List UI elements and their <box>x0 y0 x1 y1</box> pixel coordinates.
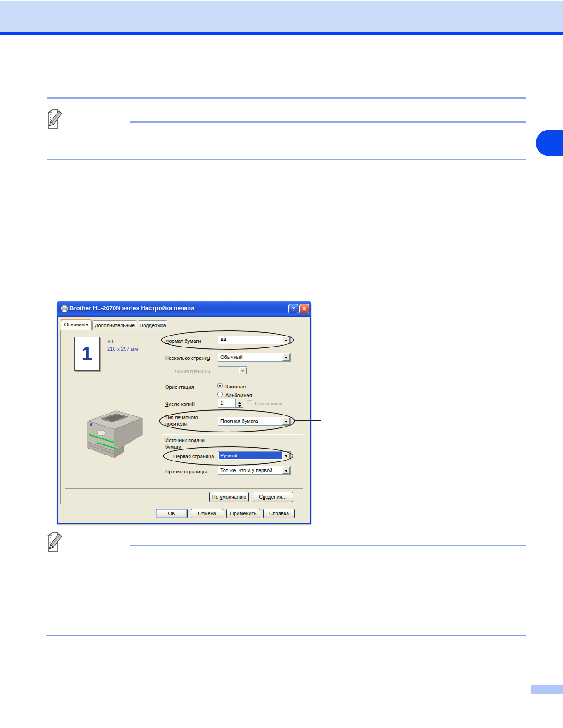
combo-arrow-button[interactable] <box>282 467 290 474</box>
note-rule-1 <box>130 121 526 123</box>
stepper-down-button[interactable] <box>236 404 243 408</box>
copies-stepper[interactable] <box>236 399 243 408</box>
chapter-side-tab <box>536 130 563 156</box>
help-button[interactable]: Справка <box>263 509 295 518</box>
note-icon <box>46 532 63 552</box>
chevron-down-icon <box>241 370 244 374</box>
page-header-rule <box>0 32 563 35</box>
cancel-button[interactable]: Отмена <box>191 509 223 518</box>
border-line-label: Линия границы <box>174 368 210 375</box>
titlebar-close-button[interactable]: ✕ <box>299 304 309 313</box>
dialog-titlebar[interactable]: Brother HL-2070N series Настройка печати… <box>57 301 311 317</box>
footer-rule <box>46 635 526 636</box>
titlebar-help-button[interactable]: ? <box>288 304 298 313</box>
copies-input[interactable]: 1 <box>218 399 236 408</box>
paper-preview: 1 <box>74 337 100 371</box>
multipage-value: Обычный <box>220 354 281 360</box>
callout-ellipse-media-type <box>159 410 295 432</box>
printer-icon <box>60 305 69 313</box>
stepper-up-button[interactable] <box>236 399 243 403</box>
multipage-combobox[interactable]: Обычный <box>218 353 291 362</box>
paper-size-caption: A4 210 x 297 мм <box>107 338 138 353</box>
portrait-label[interactable]: Книжная <box>225 383 246 390</box>
tab-advanced[interactable]: Дополнительные <box>92 320 137 330</box>
tab-support[interactable]: Поддержка <box>138 320 167 330</box>
ok-button[interactable]: OK <box>156 509 188 518</box>
details-button[interactable]: Сведения... <box>253 492 293 502</box>
portrait-radio[interactable] <box>217 383 223 388</box>
other-pages-value: Тот же, что и у первой <box>220 467 281 473</box>
section-rule-bottom <box>47 159 526 160</box>
landscape-radio[interactable] <box>217 392 223 397</box>
manual-page: Brother HL-2070N series Настройка печати… <box>0 0 563 728</box>
copies-label: Число копий <box>165 401 195 407</box>
chevron-up-icon <box>238 400 241 404</box>
callout-ellipse-paper-size <box>161 330 294 350</box>
callout-ellipse-first-page <box>163 446 293 466</box>
footer-separator <box>65 488 303 489</box>
chevron-down-icon <box>285 470 287 473</box>
line-style-glyph <box>221 371 238 371</box>
chevron-down-icon <box>285 357 287 360</box>
combo-arrow-button[interactable] <box>282 354 290 361</box>
collate-checkbox <box>247 400 252 405</box>
callout-line-first-page <box>293 455 321 455</box>
chevron-down-icon <box>238 405 241 409</box>
section-rule-top <box>47 97 526 99</box>
dialog-title: Brother HL-2070N series Настройка печати <box>69 305 194 312</box>
apply-button[interactable]: Применить <box>226 509 260 518</box>
callout-line-media-type <box>294 420 321 421</box>
border-line-combobox <box>218 366 247 375</box>
other-pages-combobox[interactable]: Тот же, что и у первой <box>218 466 291 475</box>
other-pages-label: Прочие страницы <box>165 468 207 475</box>
orientation-label: Ориентация <box>165 384 194 390</box>
printer-illustration <box>81 406 148 466</box>
combo-arrow-button <box>239 367 247 374</box>
multipage-label: Несколько страниц <box>165 355 210 361</box>
copies-value: 1 <box>220 400 223 406</box>
page-number-box <box>531 685 563 694</box>
note-icon <box>46 109 63 129</box>
tab-basic[interactable]: Основные <box>61 319 92 330</box>
note-rule-2 <box>130 545 526 546</box>
landscape-label[interactable]: Альбомная <box>225 392 252 398</box>
default-button[interactable]: По умолчанию <box>209 492 249 502</box>
group-separator <box>162 434 303 435</box>
paper-preview-page-number: 1 <box>75 337 99 370</box>
page-header-bar <box>0 1 563 32</box>
collate-label: Сортировка <box>255 400 282 407</box>
